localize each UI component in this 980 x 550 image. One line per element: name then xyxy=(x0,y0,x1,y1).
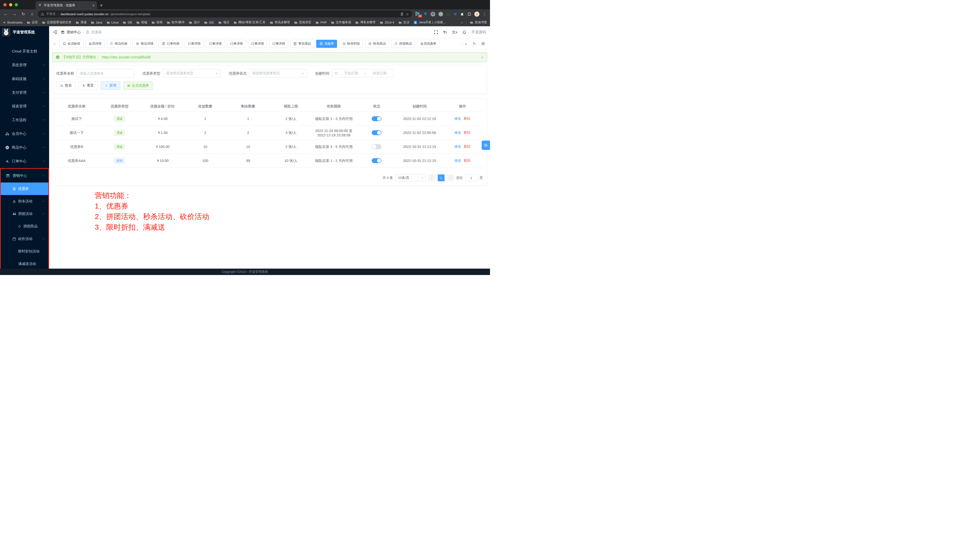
tags-scroll-right-icon[interactable]: » xyxy=(462,42,469,46)
page-tab-商品详情[interactable]: 商品详情 xyxy=(132,40,157,48)
bookmark-folder[interactable]: 文件服务器 xyxy=(331,21,351,25)
breadcrumb-item[interactable]: 营销中心 xyxy=(67,30,81,35)
bookmark-folder[interactable]: 搜索 xyxy=(76,21,87,25)
sidebar-item-拼团商品[interactable]: 拼团商品 xyxy=(1,220,48,233)
status-toggle[interactable] xyxy=(372,130,382,135)
page-tab-订单详情[interactable]: 订单详情 xyxy=(269,40,288,48)
settings-gear-button[interactable] xyxy=(482,141,490,150)
home-icon[interactable]: ⌂ xyxy=(29,11,35,16)
coupon-name-input[interactable] xyxy=(76,69,134,78)
bookmark-folder[interactable]: 软件/硬件 xyxy=(167,21,185,25)
new-tab-button[interactable]: + xyxy=(100,3,103,8)
page-tab-拼团商品[interactable]: 拼团商品 xyxy=(391,40,415,48)
sidebar-item-拼团活动[interactable]: 拼团活动 xyxy=(1,208,48,220)
pinned-bookmark[interactable]: BJava开发 | 小组首... xyxy=(414,21,446,25)
sidebar-item-满减送活动[interactable]: 满减送活动 xyxy=(1,258,48,270)
add-button[interactable]: ＋新增 xyxy=(101,81,120,90)
delete-link[interactable]: 删除 xyxy=(464,159,471,162)
end-date-placeholder[interactable]: 结束日期 xyxy=(368,71,391,76)
reset-button[interactable]: ↻重置 xyxy=(78,81,98,90)
bookmarks-root[interactable]: ★Bookmarks xyxy=(3,21,22,24)
notice-link[interactable]: https://doc.iocoder.cn/mall/build/ xyxy=(102,55,151,59)
sidebar-item-支付管理[interactable]: 支付管理 xyxy=(0,86,49,99)
prev-page-button[interactable]: ‹ xyxy=(428,174,435,181)
chevrons-extension-icon[interactable] xyxy=(453,12,457,16)
sidepanel-icon[interactable] xyxy=(468,12,471,16)
bookmark-folder[interactable]: DB xyxy=(123,21,132,25)
chrome-menu-icon[interactable]: ⋮ xyxy=(483,12,486,16)
page-tab-订单详情[interactable]: 订单详情 xyxy=(185,40,204,48)
bookmark-star-icon[interactable]: ☆ xyxy=(406,12,409,16)
page-tab-会员标签[interactable]: 会员标签 xyxy=(59,40,83,48)
bookmark-folder[interactable]: 资讯未整理 xyxy=(270,21,290,25)
sidebar-item-砍价活动[interactable]: 砍价活动 xyxy=(1,233,48,245)
bookmark-folder[interactable]: 设计 xyxy=(189,21,200,25)
bookmark-folder[interactable]: 生活 xyxy=(398,21,409,25)
recorder-extension-icon[interactable] xyxy=(438,12,443,16)
notification-bell-icon[interactable] xyxy=(462,30,466,34)
edit-link[interactable]: 修改 xyxy=(454,117,461,120)
bookmark-folder[interactable]: 运营 xyxy=(27,21,38,25)
sidebar-item-会员中心[interactable]: 会员中心 xyxy=(0,127,49,141)
bookmark-folder[interactable]: PHP xyxy=(315,21,327,25)
font-size-icon[interactable]: TT xyxy=(443,30,447,34)
sidebar-item-系统管理[interactable]: 系统管理 xyxy=(0,58,49,72)
page-tab-秒杀商品[interactable]: 秒杀商品 xyxy=(365,40,389,48)
page-tab-会员详情[interactable]: 会员详情 xyxy=(86,40,105,48)
page-tab-订单详情[interactable]: 订单详情 xyxy=(248,40,267,48)
window-close-button[interactable] xyxy=(3,3,6,6)
command-extension-icon[interactable]: ⌘ xyxy=(431,12,435,16)
page-tab-订单列表[interactable]: 订单列表 xyxy=(159,40,183,48)
status-toggle[interactable] xyxy=(372,144,382,149)
menu-fold-icon[interactable] xyxy=(53,30,57,34)
fullscreen-icon[interactable] xyxy=(434,30,438,34)
sidebar-item-秒杀活动[interactable]: 秒杀活动 xyxy=(1,195,48,208)
page-tab-商品列表[interactable]: 商品列表 xyxy=(107,40,130,48)
bookmark-folder[interactable]: 近期需要读的文章 xyxy=(42,21,72,25)
goto-page-input[interactable] xyxy=(465,174,477,181)
tags-scroll-left-icon[interactable]: « xyxy=(52,42,57,46)
bookmark-folder[interactable]: 2014-4 xyxy=(380,21,394,25)
window-minimize-button[interactable] xyxy=(9,3,12,6)
back-icon[interactable]: ← xyxy=(2,11,9,16)
share-icon[interactable] xyxy=(400,12,404,16)
sidebar-item-订单中心[interactable]: e订单中心 xyxy=(0,154,49,168)
member-coupon-button[interactable]: 会员优惠券 xyxy=(123,81,153,90)
sidebar-item-报表管理[interactable]: 报表管理 xyxy=(0,99,49,113)
sidebar-item-基础设施[interactable]: 基础设施 xyxy=(0,72,49,86)
page-tab-订单详情[interactable]: 订单详情 xyxy=(227,40,246,48)
other-bookmarks[interactable]: 其他书签 xyxy=(470,21,487,25)
sidebar-item-Cloud 开发文档[interactable]: Cloud 开发文档 xyxy=(0,44,49,58)
search-button[interactable]: 搜索 xyxy=(56,81,76,90)
bookmark-folder[interactable]: 前端 xyxy=(136,21,147,25)
bookmarks-overflow-icon[interactable]: » xyxy=(461,21,463,24)
bookmark-folder[interactable]: 博客未整理 xyxy=(355,21,375,25)
translate-icon[interactable]: 文A xyxy=(452,30,457,35)
extensions-puzzle-icon[interactable] xyxy=(460,12,464,16)
page-tab-秒杀时段[interactable]: 秒杀时段 xyxy=(339,40,363,48)
bookmark-folder[interactable]: Linux xyxy=(107,21,119,25)
extension-icon[interactable]: 12 xyxy=(415,11,420,16)
browser-tab[interactable]: 芋道管理系统 - 优惠券 × xyxy=(36,1,97,10)
edit-link[interactable]: 修改 xyxy=(454,130,461,135)
sidebar-item-优惠券[interactable]: 优惠券 xyxy=(1,182,48,195)
page-tab-会员优惠券[interactable]: 会员优惠券 xyxy=(417,40,439,48)
sidebar-item-商品中心[interactable]: P商品中心 xyxy=(0,141,49,154)
sidebar-item-限时折扣活动[interactable]: 限时折扣活动 xyxy=(1,245,48,258)
bookmark-folder[interactable]: Java xyxy=(91,21,102,25)
status-toggle[interactable] xyxy=(372,116,382,121)
bookmark-folder[interactable]: 其他语言 xyxy=(294,21,311,25)
window-controls[interactable] xyxy=(0,3,21,6)
create-time-range-picker[interactable]: 开始日期 – 结束日期 xyxy=(332,69,394,78)
pin-extension-icon[interactable] xyxy=(423,12,427,16)
bookmark-folder[interactable]: IDE xyxy=(204,21,214,25)
window-zoom-button[interactable] xyxy=(15,3,18,6)
page-tab-优惠券[interactable]: 优惠券 xyxy=(316,40,337,48)
delete-link[interactable]: 删除 xyxy=(464,130,471,135)
page-size-select[interactable]: 10条/页▾ xyxy=(396,174,426,182)
coupon-type-select[interactable]: 请选择优惠券类型▾ xyxy=(163,69,220,78)
tags-layout-icon[interactable] xyxy=(479,42,488,45)
address-bar[interactable]: 不安全 | dashboard-vue3.yudao.iocoder.cn/pr… xyxy=(38,11,412,17)
alert-close-icon[interactable]: × xyxy=(481,55,484,59)
bookmark-folder[interactable]: 游戏 xyxy=(151,21,162,25)
